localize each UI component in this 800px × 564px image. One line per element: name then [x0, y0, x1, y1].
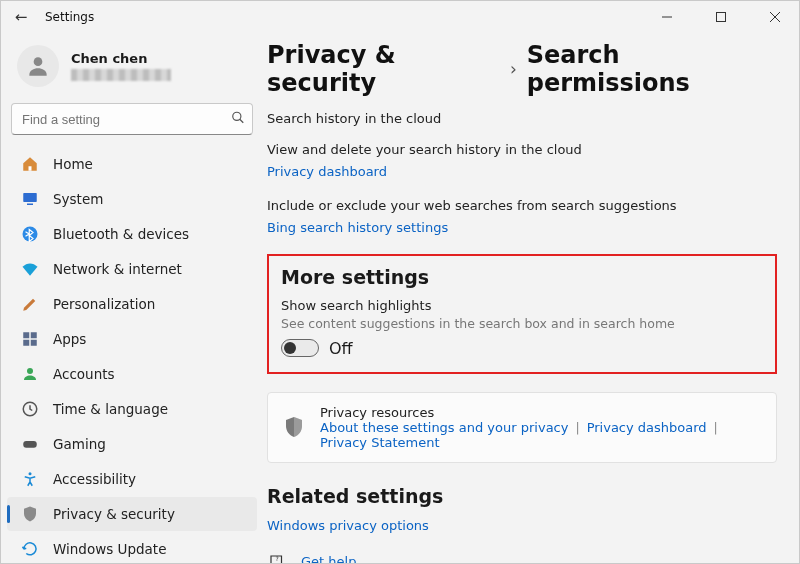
sidebar-item-bluetooth[interactable]: Bluetooth & devices — [7, 217, 257, 251]
windows-privacy-options-link[interactable]: Windows privacy options — [267, 518, 429, 533]
bing-desc: Include or exclude your web searches fro… — [267, 198, 777, 213]
home-icon — [21, 155, 39, 173]
sidebar-item-label: Accessibility — [53, 471, 136, 487]
svg-point-14 — [27, 368, 33, 374]
sidebar-item-apps[interactable]: Apps — [7, 322, 257, 356]
shield-icon — [21, 505, 39, 523]
svg-rect-7 — [23, 193, 37, 202]
sidebar-item-time-language[interactable]: Time & language — [7, 392, 257, 426]
priv-card-title: Privacy resources — [320, 405, 762, 420]
privacy-resources-card: Privacy resources About these settings a… — [267, 392, 777, 463]
svg-rect-12 — [23, 340, 29, 346]
sidebar-item-label: Accounts — [53, 366, 115, 382]
sidebar-item-label: Gaming — [53, 436, 106, 452]
search-input[interactable] — [11, 103, 253, 135]
window-title: Settings — [45, 10, 94, 24]
sidebar-item-label: Privacy & security — [53, 506, 175, 522]
privacy-dashboard-link[interactable]: Privacy dashboard — [267, 164, 387, 179]
svg-rect-11 — [31, 332, 37, 338]
cloud-desc: View and delete your search history in t… — [267, 142, 777, 157]
svg-point-4 — [34, 57, 43, 66]
settings-window: ← Settings Chen chen — [0, 0, 800, 564]
priv-dashboard-link[interactable]: Privacy dashboard — [587, 420, 707, 435]
highlights-state: Off — [329, 339, 353, 358]
breadcrumb: Privacy & security › Search permissions — [267, 41, 777, 97]
bing-history-link[interactable]: Bing search history settings — [267, 220, 448, 235]
sidebar-item-label: Apps — [53, 331, 86, 347]
profile-name: Chen chen — [71, 51, 171, 67]
sidebar-item-accessibility[interactable]: Accessibility — [7, 462, 257, 496]
accessibility-icon — [21, 470, 39, 488]
system-icon — [21, 190, 39, 208]
wifi-icon — [21, 260, 39, 278]
more-settings-box: More settings Show search highlights See… — [267, 254, 777, 374]
maximize-button[interactable] — [699, 2, 743, 32]
search-container — [11, 103, 253, 135]
search-icon — [231, 111, 245, 128]
chevron-right-icon: › — [510, 59, 517, 79]
sidebar-item-gaming[interactable]: Gaming — [7, 427, 257, 461]
shield-icon — [282, 415, 306, 439]
profile-email — [71, 69, 171, 81]
clock-icon — [21, 400, 39, 418]
sidebar-item-personalization[interactable]: Personalization — [7, 287, 257, 321]
svg-text:?: ? — [276, 555, 279, 562]
svg-point-5 — [233, 112, 241, 120]
related-settings-title: Related settings — [267, 485, 777, 507]
cloud-heading: Search history in the cloud — [267, 111, 777, 128]
get-help-link[interactable]: Get help — [301, 554, 356, 563]
main-content: Privacy & security › Search permissions … — [263, 33, 799, 563]
gamepad-icon — [21, 435, 39, 453]
sidebar-item-label: Time & language — [53, 401, 168, 417]
help-icon: ? — [267, 552, 287, 563]
back-button[interactable]: ← — [7, 8, 35, 26]
get-help-row[interactable]: ? Get help — [267, 552, 777, 563]
nav-list: Home System Bluetooth & devices Network … — [5, 147, 259, 563]
bluetooth-icon — [21, 225, 39, 243]
update-icon — [21, 540, 39, 558]
svg-rect-13 — [31, 340, 37, 346]
breadcrumb-parent[interactable]: Privacy & security — [267, 41, 500, 97]
person-icon — [21, 365, 39, 383]
sidebar-item-system[interactable]: System — [7, 182, 257, 216]
sidebar-item-privacy-security[interactable]: Privacy & security — [7, 497, 257, 531]
sidebar-item-label: Personalization — [53, 296, 155, 312]
sidebar-item-windows-update[interactable]: Windows Update — [7, 532, 257, 563]
sidebar-item-home[interactable]: Home — [7, 147, 257, 181]
close-button[interactable] — [753, 2, 797, 32]
breadcrumb-current: Search permissions — [527, 41, 777, 97]
sidebar-item-label: Windows Update — [53, 541, 166, 557]
sidebar-item-label: Home — [53, 156, 93, 172]
svg-line-6 — [240, 119, 244, 123]
avatar — [17, 45, 59, 87]
minimize-button[interactable] — [645, 2, 689, 32]
sidebar-item-accounts[interactable]: Accounts — [7, 357, 257, 391]
highlights-toggle[interactable] — [281, 339, 319, 357]
highlights-label: Show search highlights — [281, 298, 763, 313]
highlights-desc: See content suggestions in the search bo… — [281, 316, 763, 331]
priv-statement-link[interactable]: Privacy Statement — [320, 435, 440, 450]
about-settings-link[interactable]: About these settings and your privacy — [320, 420, 568, 435]
title-bar: ← Settings — [1, 1, 799, 33]
sidebar-item-label: Network & internet — [53, 261, 182, 277]
svg-rect-1 — [717, 13, 726, 22]
sidebar-item-label: Bluetooth & devices — [53, 226, 189, 242]
more-settings-title: More settings — [281, 266, 763, 288]
profile-block[interactable]: Chen chen — [5, 37, 259, 97]
apps-icon — [21, 330, 39, 348]
svg-point-17 — [29, 472, 32, 475]
sidebar-item-label: System — [53, 191, 103, 207]
svg-rect-8 — [27, 204, 33, 206]
paintbrush-icon — [21, 295, 39, 313]
svg-rect-10 — [23, 332, 29, 338]
svg-rect-16 — [23, 441, 37, 448]
sidebar-item-network[interactable]: Network & internet — [7, 252, 257, 286]
sidebar: Chen chen Home System — [1, 33, 263, 563]
